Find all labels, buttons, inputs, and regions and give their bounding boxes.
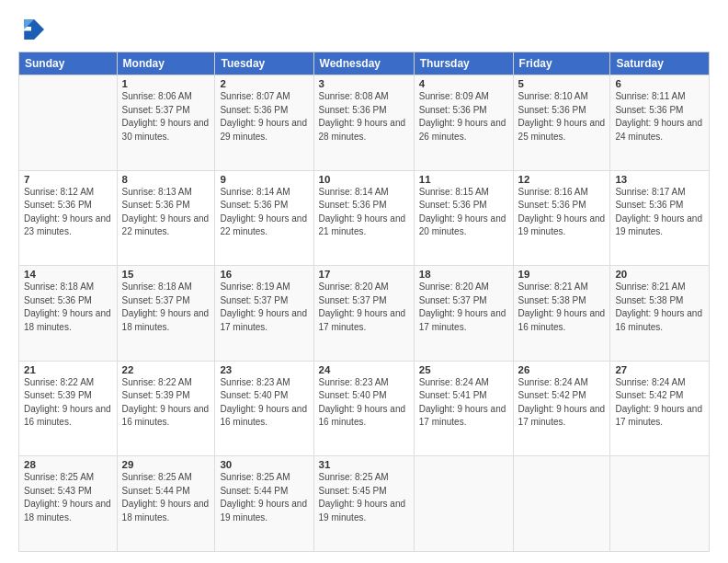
weekday-header: Thursday	[414, 52, 513, 75]
day-number: 16	[220, 269, 308, 280]
calendar-cell: 23Sunrise: 8:23 AMSunset: 5:40 PMDayligh…	[215, 361, 313, 456]
day-number: 8	[122, 174, 210, 185]
calendar-cell	[513, 456, 610, 552]
weekday-header: Monday	[117, 52, 215, 75]
day-number: 14	[24, 269, 112, 280]
calendar-cell	[414, 456, 513, 552]
calendar-cell: 25Sunrise: 8:24 AMSunset: 5:41 PMDayligh…	[414, 361, 513, 456]
day-detail: Sunrise: 8:18 AMSunset: 5:36 PMDaylight:…	[24, 282, 111, 332]
day-detail: Sunrise: 8:15 AMSunset: 5:36 PMDaylight:…	[419, 187, 506, 237]
day-detail: Sunrise: 8:22 AMSunset: 5:39 PMDaylight:…	[24, 377, 111, 428]
calendar-cell: 22Sunrise: 8:22 AMSunset: 5:39 PMDayligh…	[117, 361, 215, 456]
day-detail: Sunrise: 8:25 AMSunset: 5:45 PMDaylight:…	[319, 472, 406, 523]
calendar-cell	[19, 75, 118, 171]
calendar-cell: 18Sunrise: 8:20 AMSunset: 5:37 PMDayligh…	[414, 266, 513, 362]
day-number: 9	[220, 174, 308, 185]
calendar-week-row: 7Sunrise: 8:12 AMSunset: 5:36 PMDaylight…	[19, 170, 710, 266]
day-number: 5	[518, 78, 606, 89]
day-detail: Sunrise: 8:14 AMSunset: 5:36 PMDaylight:…	[319, 187, 406, 237]
day-detail: Sunrise: 8:23 AMSunset: 5:40 PMDaylight:…	[319, 377, 406, 428]
calendar-cell: 6Sunrise: 8:11 AMSunset: 5:36 PMDaylight…	[610, 75, 710, 171]
day-detail: Sunrise: 8:21 AMSunset: 5:38 PMDaylight:…	[615, 282, 702, 332]
calendar-cell: 16Sunrise: 8:19 AMSunset: 5:37 PMDayligh…	[215, 266, 313, 362]
weekday-header: Saturday	[610, 52, 710, 75]
calendar-cell: 31Sunrise: 8:25 AMSunset: 5:45 PMDayligh…	[313, 456, 414, 552]
day-number: 11	[419, 174, 508, 185]
day-detail: Sunrise: 8:21 AMSunset: 5:38 PMDaylight:…	[518, 282, 606, 332]
calendar-table: SundayMondayTuesdayWednesdayThursdayFrid…	[18, 52, 710, 552]
day-detail: Sunrise: 8:23 AMSunset: 5:40 PMDaylight:…	[220, 377, 307, 428]
logo-icon	[18, 17, 44, 42]
calendar-cell: 28Sunrise: 8:25 AMSunset: 5:43 PMDayligh…	[19, 456, 118, 552]
calendar-cell: 4Sunrise: 8:09 AMSunset: 5:36 PMDaylight…	[414, 75, 513, 171]
day-detail: Sunrise: 8:09 AMSunset: 5:36 PMDaylight:…	[419, 91, 506, 142]
day-number: 12	[518, 174, 606, 185]
day-number: 23	[220, 364, 308, 375]
calendar-cell: 24Sunrise: 8:23 AMSunset: 5:40 PMDayligh…	[313, 361, 414, 456]
day-number: 7	[24, 174, 112, 185]
calendar-cell	[610, 456, 710, 552]
day-detail: Sunrise: 8:17 AMSunset: 5:36 PMDaylight:…	[615, 187, 702, 237]
calendar-cell: 30Sunrise: 8:25 AMSunset: 5:44 PMDayligh…	[215, 456, 313, 552]
day-number: 6	[615, 78, 704, 89]
day-detail: Sunrise: 8:18 AMSunset: 5:37 PMDaylight:…	[122, 282, 210, 332]
day-detail: Sunrise: 8:22 AMSunset: 5:39 PMDaylight:…	[122, 377, 210, 428]
calendar-cell: 29Sunrise: 8:25 AMSunset: 5:44 PMDayligh…	[117, 456, 215, 552]
calendar-header-row: SundayMondayTuesdayWednesdayThursdayFrid…	[19, 52, 710, 75]
calendar-cell: 26Sunrise: 8:24 AMSunset: 5:42 PMDayligh…	[513, 361, 610, 456]
day-detail: Sunrise: 8:20 AMSunset: 5:37 PMDaylight:…	[419, 282, 506, 332]
logo	[18, 17, 48, 42]
calendar-cell: 19Sunrise: 8:21 AMSunset: 5:38 PMDayligh…	[513, 266, 610, 362]
calendar-cell: 1Sunrise: 8:06 AMSunset: 5:37 PMDaylight…	[117, 75, 215, 171]
day-detail: Sunrise: 8:14 AMSunset: 5:36 PMDaylight:…	[220, 187, 307, 237]
weekday-header: Friday	[513, 52, 610, 75]
day-detail: Sunrise: 8:25 AMSunset: 5:43 PMDaylight:…	[24, 472, 111, 523]
day-detail: Sunrise: 8:24 AMSunset: 5:42 PMDaylight:…	[518, 377, 606, 428]
day-number: 28	[24, 459, 112, 470]
calendar-page: SundayMondayTuesdayWednesdayThursdayFrid…	[0, 0, 728, 563]
day-number: 26	[518, 364, 606, 375]
calendar-week-row: 1Sunrise: 8:06 AMSunset: 5:37 PMDaylight…	[19, 75, 710, 171]
calendar-cell: 8Sunrise: 8:13 AMSunset: 5:36 PMDaylight…	[117, 170, 215, 266]
calendar-body: 1Sunrise: 8:06 AMSunset: 5:37 PMDaylight…	[19, 75, 710, 552]
calendar-week-row: 21Sunrise: 8:22 AMSunset: 5:39 PMDayligh…	[19, 361, 710, 456]
day-number: 31	[319, 459, 409, 470]
day-number: 30	[220, 459, 308, 470]
day-number: 17	[319, 269, 409, 280]
weekday-header: Sunday	[19, 52, 118, 75]
day-detail: Sunrise: 8:07 AMSunset: 5:36 PMDaylight:…	[220, 91, 307, 142]
calendar-cell: 5Sunrise: 8:10 AMSunset: 5:36 PMDaylight…	[513, 75, 610, 171]
calendar-cell: 7Sunrise: 8:12 AMSunset: 5:36 PMDaylight…	[19, 170, 118, 266]
header	[18, 17, 710, 42]
day-number: 19	[518, 269, 606, 280]
calendar-cell: 11Sunrise: 8:15 AMSunset: 5:36 PMDayligh…	[414, 170, 513, 266]
calendar-cell: 21Sunrise: 8:22 AMSunset: 5:39 PMDayligh…	[19, 361, 118, 456]
day-detail: Sunrise: 8:24 AMSunset: 5:42 PMDaylight:…	[615, 377, 702, 428]
day-detail: Sunrise: 8:13 AMSunset: 5:36 PMDaylight:…	[122, 187, 210, 237]
day-number: 29	[122, 459, 210, 470]
calendar-cell: 12Sunrise: 8:16 AMSunset: 5:36 PMDayligh…	[513, 170, 610, 266]
day-number: 3	[319, 78, 409, 89]
calendar-week-row: 14Sunrise: 8:18 AMSunset: 5:36 PMDayligh…	[19, 266, 710, 362]
weekday-header: Wednesday	[313, 52, 414, 75]
calendar-cell: 3Sunrise: 8:08 AMSunset: 5:36 PMDaylight…	[313, 75, 414, 171]
day-number: 27	[615, 364, 704, 375]
day-detail: Sunrise: 8:06 AMSunset: 5:37 PMDaylight:…	[122, 91, 210, 142]
calendar-cell: 17Sunrise: 8:20 AMSunset: 5:37 PMDayligh…	[313, 266, 414, 362]
calendar-cell: 2Sunrise: 8:07 AMSunset: 5:36 PMDaylight…	[215, 75, 313, 171]
day-number: 20	[615, 269, 704, 280]
day-detail: Sunrise: 8:25 AMSunset: 5:44 PMDaylight:…	[220, 472, 307, 523]
day-detail: Sunrise: 8:16 AMSunset: 5:36 PMDaylight:…	[518, 187, 606, 237]
day-number: 21	[24, 364, 112, 375]
day-number: 10	[319, 174, 409, 185]
day-number: 25	[419, 364, 508, 375]
day-detail: Sunrise: 8:08 AMSunset: 5:36 PMDaylight:…	[319, 91, 406, 142]
calendar-cell: 27Sunrise: 8:24 AMSunset: 5:42 PMDayligh…	[610, 361, 710, 456]
day-detail: Sunrise: 8:20 AMSunset: 5:37 PMDaylight:…	[319, 282, 406, 332]
day-detail: Sunrise: 8:24 AMSunset: 5:41 PMDaylight:…	[419, 377, 506, 428]
day-number: 2	[220, 78, 308, 89]
calendar-cell: 9Sunrise: 8:14 AMSunset: 5:36 PMDaylight…	[215, 170, 313, 266]
day-detail: Sunrise: 8:25 AMSunset: 5:44 PMDaylight:…	[122, 472, 210, 523]
day-number: 24	[319, 364, 409, 375]
day-number: 22	[122, 364, 210, 375]
